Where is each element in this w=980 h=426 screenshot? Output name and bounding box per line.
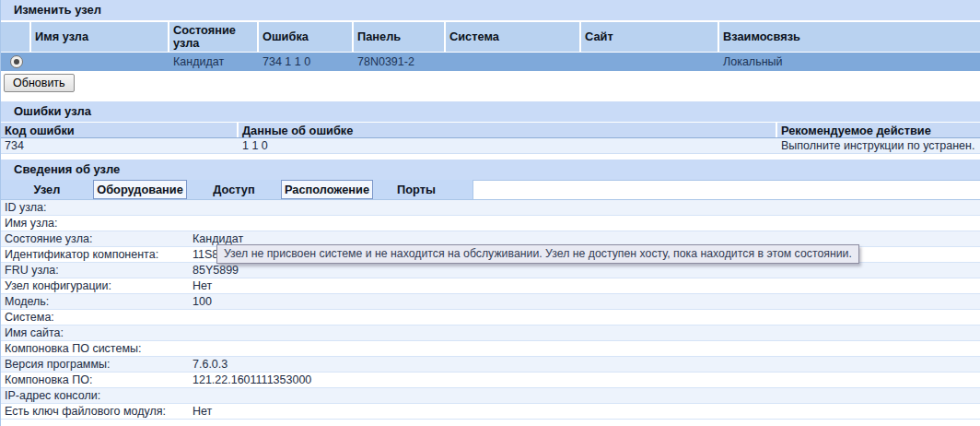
error-row-data: 1 1 0 (239, 138, 777, 153)
node-details-tabs: Узел Оборудование Доступ Расположение По… (1, 180, 980, 199)
detail-row-system-sw-build: Компоновка ПО системы: (1, 341, 980, 357)
column-header-error-data: Данные об ошибке (239, 123, 777, 137)
detail-row-file-module-key: Есть ключ файлового модуля: Нет (1, 404, 980, 420)
node-table: Имя узла Состояние узла Ошибка Панель Си… (1, 22, 980, 71)
field-label: Идентификатор компонента: (1, 247, 192, 262)
field-value (192, 200, 980, 215)
field-label: Узел конфигурации: (1, 278, 192, 293)
tab-access[interactable]: Доступ (187, 180, 281, 199)
node-details-section-title: Сведения об узле (1, 160, 980, 180)
column-header-panel: Панель (354, 22, 446, 53)
field-label: IP-адрес консоли: (1, 388, 192, 403)
node-row-state: Кандидат (169, 53, 259, 71)
detail-row-site-name: Имя сайта: (1, 325, 980, 341)
field-value (192, 325, 980, 340)
field-value (192, 341, 980, 356)
field-label: Имя узла: (1, 216, 192, 231)
field-label: Компоновка ПО: (1, 373, 192, 387)
node-row-site (581, 53, 719, 71)
field-label: Имя сайта: (1, 325, 192, 340)
radio-column-header (1, 22, 31, 53)
tab-ports[interactable]: Порты (373, 180, 460, 199)
node-details-list: ID узла: Имя узла: Состояние узла: Канди… (1, 199, 980, 420)
tab-node[interactable]: Узел (1, 180, 93, 199)
node-details-section: Сведения об узле Узел Оборудование Досту… (1, 160, 980, 420)
detail-row-node-id: ID узла: (1, 200, 980, 216)
edit-node-section-title: Изменить узел (1, 0, 980, 20)
field-value (192, 216, 980, 231)
node-row-error: 734 1 1 0 (259, 53, 354, 71)
error-table-row[interactable]: 734 1 1 0 Выполните инструкции по устран… (1, 138, 980, 154)
detail-row-config-node: Узел конфигурации: Нет (1, 278, 980, 294)
field-value: Нет (192, 278, 980, 293)
node-table-header-row: Имя узла Состояние узла Ошибка Панель Си… (1, 22, 980, 53)
column-header-site: Сайт (581, 22, 719, 53)
field-value (192, 388, 980, 403)
error-row-code: 734 (1, 138, 239, 153)
node-state-tooltip: Узел не присвоен системе и не находится … (216, 244, 859, 264)
column-header-system: Система (446, 22, 581, 53)
node-errors-section-title: Ошибки узла (1, 101, 980, 123)
detail-row-model: Модель: 100 (1, 294, 980, 310)
error-table-header-row: Код ошибки Данные об ошибке Рекомендуемо… (1, 123, 980, 138)
error-row-action: Выполните инструкции по устранен. (777, 138, 980, 153)
node-row-panel: 78N0391-2 (354, 53, 446, 71)
tab-filler (472, 180, 980, 199)
detail-row-system: Система: (1, 310, 980, 325)
node-row-radio-cell (1, 53, 31, 71)
detail-row-node-fru: FRU узла: 85Y5899 (1, 263, 980, 278)
tab-gap (460, 180, 472, 199)
field-label: Версия программы: (1, 357, 192, 372)
edit-node-section: Изменить узел Имя узла Состояние узла Ош… (1, 0, 980, 96)
column-header-relationship: Взаимосвязь (719, 22, 980, 53)
column-header-node-name: Имя узла (31, 22, 169, 53)
field-label: FRU узла: (1, 263, 192, 278)
field-label: ID узла: (1, 200, 192, 215)
field-value: Нет (192, 404, 980, 419)
field-label: Система: (1, 310, 192, 325)
node-row-name (31, 53, 169, 71)
column-header-error-code: Код ошибки (1, 123, 239, 137)
field-value: 100 (192, 294, 980, 309)
detail-row-console-ip: IP-адрес консоли: (1, 388, 980, 404)
tab-location[interactable]: Расположение (281, 180, 373, 199)
field-value (192, 310, 980, 325)
detail-row-software-version: Версия программы: 7.6.0.3 (1, 357, 980, 373)
tab-hardware[interactable]: Оборудование (93, 180, 187, 199)
field-value: 7.6.0.3 (192, 357, 980, 372)
column-header-node-state: Состояние узла (169, 22, 259, 53)
field-label: Модель: (1, 294, 192, 309)
field-value: 121.22.1601111353000 (192, 373, 980, 387)
field-label: Компоновка ПО системы: (1, 341, 192, 356)
detail-row-software-build: Компоновка ПО: 121.22.1601111353000 (1, 373, 980, 388)
node-row-relationship: Локальный (719, 53, 980, 71)
node-table-row[interactable]: Кандидат 734 1 1 0 78N0391-2 Локальный (1, 53, 980, 71)
column-header-recommended-action: Рекомендуемое действие (777, 123, 980, 137)
node-row-radio[interactable] (10, 55, 23, 68)
column-header-error: Ошибка (259, 22, 354, 53)
node-row-system (446, 53, 581, 71)
node-errors-section: Ошибки узла Код ошибки Данные об ошибке … (1, 101, 980, 154)
field-label: Есть ключ файлового модуля: (1, 404, 192, 419)
field-value: 85Y5899 (192, 263, 980, 278)
field-label: Состояние узла: (1, 231, 192, 246)
detail-row-node-name: Имя узла: (1, 216, 980, 231)
node-service-page: Изменить узел Имя узла Состояние узла Ош… (0, 0, 980, 426)
refresh-button[interactable]: Обновить (4, 74, 75, 92)
